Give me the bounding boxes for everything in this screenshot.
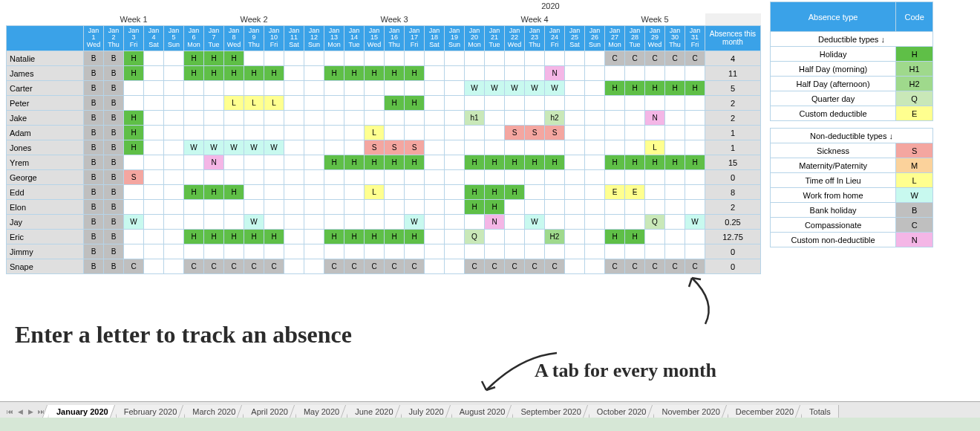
day-cell[interactable]: C <box>505 259 525 274</box>
day-cell[interactable] <box>565 230 585 244</box>
day-cell[interactable] <box>565 66 585 81</box>
day-cell[interactable] <box>685 111 705 126</box>
day-cell[interactable]: B <box>84 259 104 274</box>
day-cell[interactable] <box>144 140 164 155</box>
day-cell[interactable] <box>144 185 164 200</box>
day-cell[interactable] <box>585 244 605 259</box>
day-cell[interactable]: H <box>244 230 264 244</box>
day-cell[interactable] <box>505 200 525 215</box>
day-cell[interactable] <box>264 81 284 96</box>
day-cell[interactable] <box>445 66 465 81</box>
day-cell[interactable] <box>465 51 485 66</box>
day-cell[interactable] <box>164 81 184 96</box>
day-cell[interactable] <box>525 96 545 111</box>
day-cell[interactable] <box>144 244 164 259</box>
day-cell[interactable] <box>485 51 505 66</box>
day-cell[interactable]: H <box>124 111 144 126</box>
day-cell[interactable]: H2 <box>545 230 565 244</box>
day-cell[interactable] <box>565 215 585 230</box>
day-cell[interactable] <box>304 111 324 126</box>
day-cell[interactable]: N <box>645 111 665 126</box>
day-cell[interactable] <box>164 155 184 170</box>
day-cell[interactable]: H <box>204 51 224 66</box>
day-cell[interactable] <box>144 155 164 170</box>
day-cell[interactable] <box>144 81 164 96</box>
day-cell[interactable] <box>485 230 505 244</box>
day-cell[interactable] <box>685 140 705 155</box>
day-cell[interactable] <box>585 111 605 126</box>
day-cell[interactable] <box>224 215 244 230</box>
day-cell[interactable] <box>284 126 304 140</box>
employee-name-cell[interactable]: Snape <box>7 259 84 274</box>
day-cell[interactable]: H <box>204 66 224 81</box>
day-cell[interactable] <box>224 155 244 170</box>
day-cell[interactable] <box>304 230 324 244</box>
day-cell[interactable]: B <box>104 170 124 185</box>
sheet-tab[interactable]: February 2020 <box>117 405 186 418</box>
day-cell[interactable]: C <box>605 259 625 274</box>
day-cell[interactable]: H <box>365 155 385 170</box>
day-cell[interactable] <box>565 111 585 126</box>
day-cell[interactable] <box>445 111 465 126</box>
day-cell[interactable] <box>505 66 525 81</box>
day-cell[interactable] <box>585 81 605 96</box>
day-cell[interactable]: S <box>405 140 425 155</box>
absence-total-cell[interactable]: 5 <box>705 81 761 96</box>
sheet-tab[interactable]: June 2020 <box>347 405 401 418</box>
day-cell[interactable] <box>445 51 465 66</box>
day-cell[interactable] <box>565 81 585 96</box>
day-cell[interactable]: C <box>645 259 665 274</box>
day-cell[interactable] <box>425 96 445 111</box>
day-cell[interactable] <box>184 155 204 170</box>
day-cell[interactable] <box>144 170 164 185</box>
day-cell[interactable] <box>344 111 365 126</box>
day-cell[interactable]: C <box>625 259 645 274</box>
day-cell[interactable]: Q <box>645 215 665 230</box>
day-cell[interactable] <box>505 170 525 185</box>
day-cell[interactable]: h1 <box>465 111 485 126</box>
day-cell[interactable] <box>645 66 665 81</box>
day-cell[interactable] <box>324 244 344 259</box>
day-cell[interactable] <box>445 170 465 185</box>
day-cell[interactable] <box>425 244 445 259</box>
day-cell[interactable] <box>124 244 144 259</box>
day-cell[interactable] <box>565 126 585 140</box>
day-cell[interactable] <box>324 170 344 185</box>
day-cell[interactable] <box>645 185 665 200</box>
day-cell[interactable] <box>445 215 465 230</box>
day-cell[interactable] <box>264 51 284 66</box>
day-cell[interactable]: L <box>365 126 385 140</box>
employee-name-cell[interactable]: Eric <box>7 230 84 244</box>
day-cell[interactable] <box>164 215 184 230</box>
day-cell[interactable]: E <box>605 185 625 200</box>
day-cell[interactable]: H <box>645 155 665 170</box>
day-cell[interactable] <box>365 170 385 185</box>
day-cell[interactable] <box>385 244 405 259</box>
day-cell[interactable] <box>304 215 324 230</box>
day-cell[interactable] <box>184 81 204 96</box>
day-cell[interactable] <box>485 96 505 111</box>
day-cell[interactable] <box>585 96 605 111</box>
sheet-tab[interactable]: January 2020 <box>49 405 117 418</box>
day-cell[interactable] <box>545 185 565 200</box>
day-cell[interactable]: B <box>84 200 104 215</box>
day-cell[interactable] <box>324 111 344 126</box>
day-cell[interactable] <box>244 155 264 170</box>
day-cell[interactable] <box>465 126 485 140</box>
day-cell[interactable]: H <box>184 185 204 200</box>
day-cell[interactable] <box>465 215 485 230</box>
day-cell[interactable] <box>304 185 324 200</box>
day-cell[interactable]: H <box>645 81 665 96</box>
day-cell[interactable] <box>525 244 545 259</box>
sheet-tab[interactable]: August 2020 <box>452 405 514 418</box>
day-cell[interactable] <box>665 244 685 259</box>
day-cell[interactable] <box>665 200 685 215</box>
day-cell[interactable] <box>405 126 425 140</box>
day-cell[interactable] <box>204 81 224 96</box>
day-cell[interactable]: H <box>224 230 244 244</box>
day-cell[interactable] <box>505 96 525 111</box>
day-cell[interactable] <box>204 111 224 126</box>
day-cell[interactable]: C <box>365 259 385 274</box>
day-cell[interactable] <box>264 155 284 170</box>
day-cell[interactable] <box>244 51 264 66</box>
